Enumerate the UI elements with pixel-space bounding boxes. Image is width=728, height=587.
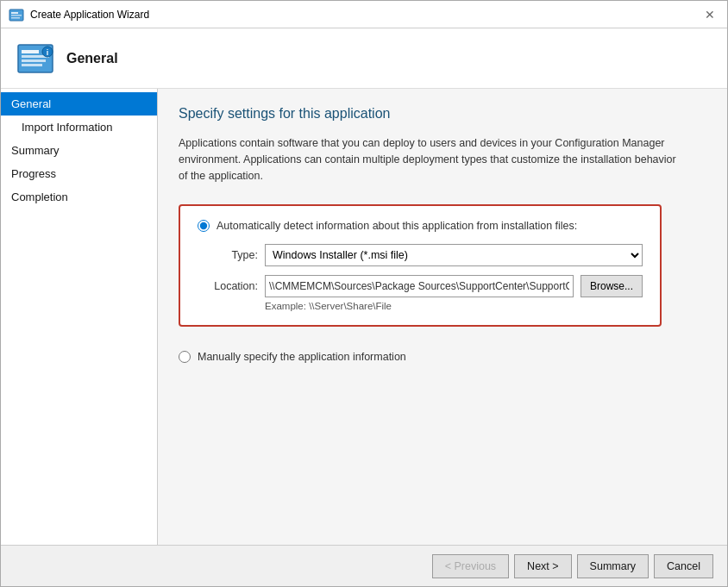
description-text: Applications contain software that you c… [179, 135, 679, 184]
header-bar: i General [1, 28, 727, 89]
sidebar-item-completion[interactable]: Completion [1, 185, 157, 209]
content-area: General Import Information Summary Progr… [1, 89, 727, 545]
svg-rect-8 [22, 64, 42, 66]
manual-label: Manually specify the application informa… [198, 351, 406, 363]
svg-rect-5 [22, 50, 39, 53]
summary-button[interactable]: Summary [577, 554, 649, 578]
footer: < Previous Next > Summary Cancel [1, 545, 727, 586]
type-label: Type: [198, 249, 258, 261]
auto-detect-radio-row: Automatically detect information about t… [198, 220, 643, 232]
title-bar-icon [8, 6, 25, 23]
type-select[interactable]: Windows Installer (*.msi file) App-V 4 A… [265, 244, 643, 266]
next-button[interactable]: Next > [514, 554, 571, 578]
main-panel: Specify settings for this application Ap… [158, 89, 727, 545]
cancel-button[interactable]: Cancel [654, 554, 713, 578]
previous-button[interactable]: < Previous [432, 554, 509, 578]
auto-detect-radio[interactable] [198, 220, 210, 232]
svg-text:i: i [47, 48, 49, 57]
svg-rect-3 [11, 17, 20, 19]
svg-rect-7 [22, 59, 46, 62]
svg-rect-2 [11, 15, 22, 16]
auto-detect-label: Automatically detect information about t… [217, 220, 577, 232]
header-icon: i [15, 38, 56, 79]
manual-radio[interactable] [179, 351, 191, 363]
svg-rect-1 [11, 12, 18, 14]
wizard-window: Create Application Wizard ✕ i General Ge… [0, 0, 728, 587]
sidebar-item-progress[interactable]: Progress [1, 162, 157, 185]
sidebar-item-general[interactable]: General [1, 92, 157, 116]
type-row: Type: Windows Installer (*.msi file) App… [198, 244, 643, 266]
browse-button[interactable]: Browse... [581, 275, 643, 297]
location-row: Location: Browse... [198, 275, 643, 297]
location-input[interactable] [265, 275, 574, 297]
location-label: Location: [198, 280, 258, 292]
auto-detect-section: Automatically detect information about t… [179, 204, 662, 327]
header-title: General [66, 51, 118, 66]
sidebar: General Import Information Summary Progr… [1, 89, 158, 545]
title-bar: Create Application Wizard ✕ [1, 1, 727, 28]
page-title: Specify settings for this application [179, 106, 706, 122]
window-title: Create Application Wizard [30, 9, 700, 21]
close-button[interactable]: ✕ [700, 4, 720, 25]
example-text: Example: \\Server\Share\File [265, 301, 643, 311]
manual-section: Manually specify the application informa… [179, 344, 662, 370]
sidebar-item-summary[interactable]: Summary [1, 139, 157, 162]
options-container: Automatically detect information about t… [179, 204, 706, 370]
sidebar-item-import-information[interactable]: Import Information [1, 116, 157, 139]
